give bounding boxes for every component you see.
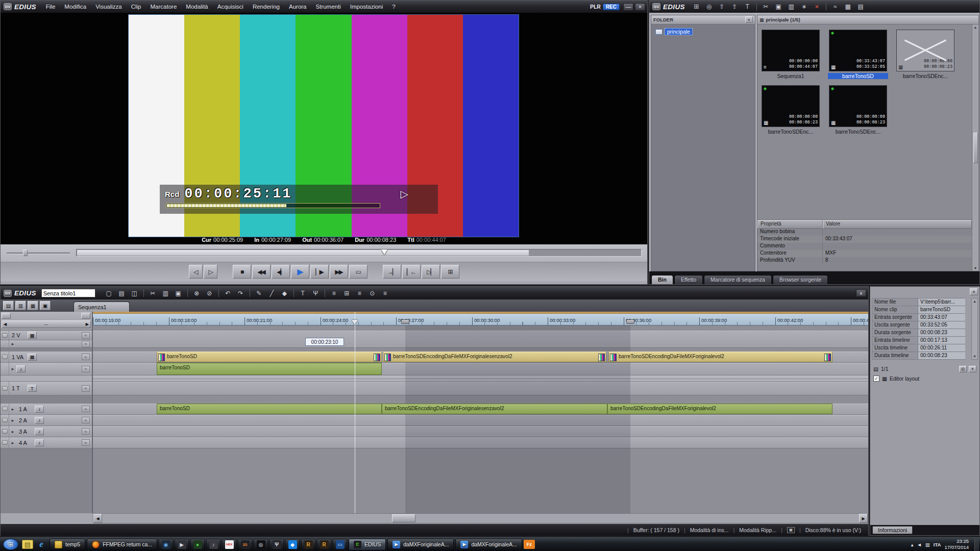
bin-clip-item[interactable]: ≡ 00:00:00:0000:00:44:07 Sequenza1: [761, 30, 821, 79]
patch-icon[interactable]: ≈: [82, 354, 90, 360]
play-icon[interactable]: ▶: [291, 265, 309, 279]
track-header-4a[interactable]: ▸ 4 A ♪ ≈: [1, 437, 92, 448]
frame-back-icon[interactable]: ◀▏: [272, 265, 290, 279]
play-around-icon[interactable]: ▷▏: [422, 265, 440, 279]
menu-visualizza[interactable]: Visualizza: [91, 4, 127, 10]
patch-icon[interactable]: ≈: [82, 439, 90, 446]
scroll-right-icon[interactable]: ▶: [859, 514, 868, 523]
slider-left-icon[interactable]: ◀: [4, 322, 7, 327]
layout-2-icon[interactable]: ▥: [15, 301, 26, 310]
bin-scrollbar[interactable]: ▲ ▼: [972, 24, 978, 271]
track-header-1t[interactable]: 1 T T ≈: [1, 382, 92, 395]
menu-strumenti[interactable]: Strumenti: [311, 4, 346, 10]
transition-icon[interactable]: ◆: [279, 288, 290, 298]
unlink-icon[interactable]: ⊘: [204, 288, 215, 298]
ripple-delete-icon[interactable]: ⊗: [191, 288, 203, 298]
delete-icon[interactable]: ×: [811, 2, 823, 12]
copy-icon[interactable]: ▥: [160, 288, 172, 298]
r-app-icon[interactable]: R: [301, 539, 315, 550]
redo-icon[interactable]: ↷: [235, 288, 247, 298]
shuttle-slider[interactable]: [6, 249, 71, 257]
audio-track-icon[interactable]: ♪: [35, 406, 44, 413]
track-lane-1va-video[interactable]: barreTonoSD barreTonoSDEncodingDaFileMXF…: [93, 352, 868, 363]
track-name[interactable]: 1 VA: [9, 354, 28, 360]
track-enable-icon[interactable]: [2, 418, 8, 422]
menu-file[interactable]: File: [41, 4, 60, 10]
track-name[interactable]: 4 A: [16, 440, 35, 446]
expand-icon[interactable]: ▸: [9, 418, 16, 423]
timeline-clip-audio[interactable]: barreTonoSD: [157, 404, 382, 414]
fz-app-icon[interactable]: Fz: [524, 540, 535, 549]
taskbar-window-temp5[interactable]: temp5: [50, 539, 85, 550]
expand-icon[interactable]: ▸: [9, 440, 16, 445]
preview-monitor[interactable]: Rcd 00:00:25:11 ▷ Cur00:00:25:09 In00:00…: [1, 13, 647, 244]
new-folder-icon[interactable]: ⊞: [691, 2, 702, 12]
clip-name[interactable]: barreTonoSDEnc...: [895, 73, 955, 79]
layout-1-icon[interactable]: ▤: [3, 301, 14, 310]
slider-right-icon[interactable]: ▶: [86, 322, 89, 327]
rewind-icon[interactable]: ◀◀: [252, 265, 271, 279]
voiceover-icon[interactable]: Ψ: [310, 288, 322, 298]
clip-name-selected[interactable]: barreTonoSD: [828, 73, 888, 79]
export-icon[interactable]: ⇪: [729, 2, 741, 12]
track-enable-icon[interactable]: [2, 333, 8, 338]
notes-app-icon[interactable]: ▤: [22, 540, 33, 549]
clip-thumbnail[interactable]: ≡ 00:00:00:0000:00:44:07: [762, 30, 820, 71]
layout-4-icon[interactable]: ▣: [40, 301, 51, 310]
export-icon[interactable]: ⊞: [441, 265, 459, 279]
tab-informazioni[interactable]: Informazioni: [872, 526, 913, 534]
list-icon[interactable]: ≡: [379, 288, 391, 298]
jog-right-icon[interactable]: ▷: [204, 265, 217, 279]
seek-marker[interactable]: [381, 249, 387, 258]
bin-clip-item[interactable]: ▦ 00:00:00:0000:00:08:23 barreTonoSDEnc.…: [761, 85, 821, 135]
view-options-icon[interactable]: ◎: [959, 366, 967, 372]
fader-icon[interactable]: ≡: [354, 288, 365, 298]
track-enable-icon[interactable]: [2, 440, 8, 445]
scroll-left-icon[interactable]: ◀: [93, 514, 102, 523]
tab-bin[interactable]: Bin: [651, 275, 673, 284]
save-icon[interactable]: ◫: [129, 288, 140, 298]
taskbar-clock[interactable]: 23:25 17/07/2014: [944, 538, 969, 551]
track-enable-icon[interactable]: [2, 429, 8, 434]
playhead-marker-icon[interactable]: [352, 320, 358, 328]
show-hidden-icons[interactable]: ▴: [911, 542, 914, 547]
expand-icon[interactable]: ▸: [9, 407, 16, 412]
eye-viewer-icon[interactable]: ◉: [159, 539, 173, 550]
out-point-marker[interactable]: [626, 319, 634, 324]
in-point-marker[interactable]: [401, 319, 409, 324]
track-enable-icon[interactable]: [2, 407, 8, 411]
mic-app-icon[interactable]: Ψ: [270, 539, 284, 550]
rings-app-icon[interactable]: ◎: [254, 539, 268, 550]
bin-clip-item[interactable]: ▦ 00:00:00:0000:00:08:23 barreTonoSDEnc.…: [895, 30, 955, 79]
timeline-clip-video[interactable]: barreTonoSDEncodingDaFileMXForiginalevol…: [608, 352, 832, 362]
scrollbar-thumb[interactable]: [392, 514, 415, 522]
frame-forward-icon[interactable]: ▏▶: [310, 265, 329, 279]
clock-icon[interactable]: ⊙: [366, 288, 378, 298]
track-header-2v-sub[interactable]: ▸ ≈: [1, 340, 92, 348]
print-icon[interactable]: ▤: [855, 2, 867, 12]
expand-icon[interactable]: ▸: [9, 429, 16, 434]
menu-impostazioni[interactable]: Impostazioni: [346, 4, 388, 10]
playhead[interactable]: [355, 312, 355, 513]
new-sequence-icon[interactable]: ▢: [103, 288, 115, 298]
title-tool-icon[interactable]: T: [297, 288, 309, 298]
expand-icon[interactable]: ▸: [9, 341, 16, 346]
timeline-clip-video[interactable]: barreTonoSDEncodingDaFileMXForiginalesen…: [383, 352, 606, 362]
media-player-icon[interactable]: ▶: [175, 539, 189, 550]
plr-label[interactable]: PLR: [590, 4, 601, 10]
cut-icon[interactable]: ✂: [147, 288, 159, 298]
info-scrollbar[interactable]: ▲ ▼: [971, 298, 978, 360]
open-icon[interactable]: ▤: [116, 288, 128, 298]
scroll-up-icon[interactable]: ▲: [974, 26, 977, 29]
dropbox-icon[interactable]: ◆: [285, 539, 300, 550]
menu-modalita[interactable]: Modalità: [181, 4, 212, 10]
video-track-icon[interactable]: ▦: [28, 332, 37, 339]
track-enable-icon[interactable]: [2, 386, 8, 391]
network-icon[interactable]: ▥: [925, 542, 930, 547]
ripple-mode-status[interactable]: Modalità Ripp...: [739, 527, 776, 533]
bin-clip-item[interactable]: ▦ 00:00:00:0000:00:08:23 barreTonoSDEnc.…: [828, 85, 888, 135]
fast-forward-icon[interactable]: ▶▶: [330, 265, 348, 279]
audio-track-icon[interactable]: ♪: [35, 428, 44, 435]
timeline-ruler[interactable]: 00:00:15:00 00:00:18:00 00:00:21:00 00:0…: [93, 312, 868, 325]
menu-modifica[interactable]: Modifica: [60, 4, 91, 10]
